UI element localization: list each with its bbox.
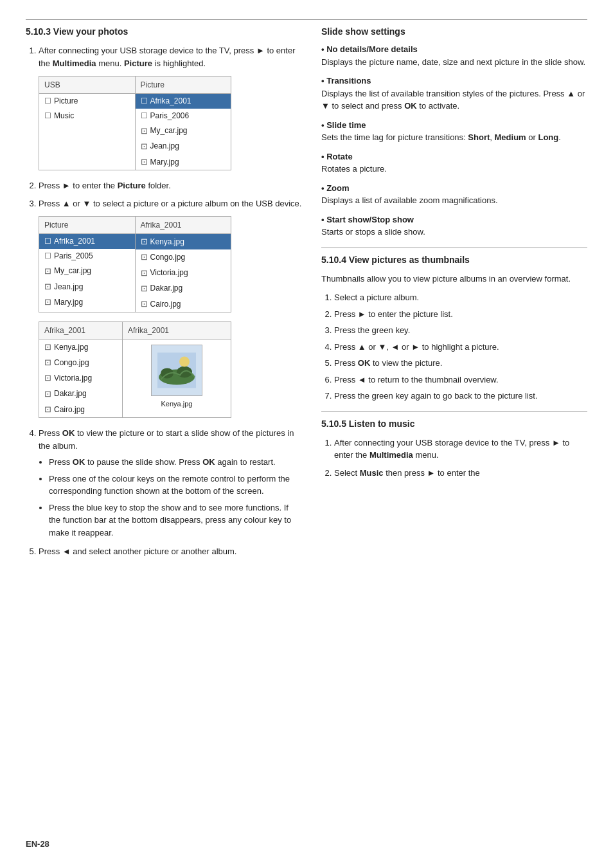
top-divider [26, 19, 587, 20]
congo-t3-item: Congo.jpg [39, 355, 122, 370]
afrika-item-t2: Afrika_2001 [39, 234, 135, 249]
step3-text: Press ▲ or ▼ to select a picture or a pi… [39, 199, 301, 208]
thumb-right-header: Afrika_2001 [123, 322, 231, 339]
page: 5.10.3 View your photos After connecting… [0, 0, 613, 868]
photo-icon [141, 251, 148, 263]
setting-rotate: • Rotate Rotates a picture. [321, 150, 587, 176]
start-stop-desc: Starts or stops a slide show. [321, 227, 425, 237]
setting-slide-time: • Slide time Sets the time lag for pictu… [321, 119, 587, 144]
no-details-desc: Displays the picture name, date, size an… [321, 57, 585, 67]
picture-col: Picture Afrika_2001 Paris_2006 [136, 77, 231, 170]
steps-list: After connecting your USB storage device… [26, 44, 302, 558]
step2-text: Press ► to enter the Picture folder. [39, 181, 171, 190]
photo-icon [44, 357, 51, 368]
folder-icon [44, 236, 51, 247]
section-title-510-3: 5.10.3 View your photos [26, 26, 302, 37]
paris-label: Paris_2006 [150, 111, 190, 122]
afrika-col-header: Afrika_2001 [136, 217, 231, 234]
usb-picture-item: Picture [39, 94, 135, 109]
mycar-label: My_car.jpg [150, 125, 188, 136]
dakar-label: Dakar.jpg [150, 283, 183, 294]
music-step-2: Select Music then press ► to enter the [334, 467, 587, 480]
congo-label: Congo.jpg [150, 252, 186, 263]
thumb-step-1: Select a picture album. [334, 291, 587, 304]
setting-no-details: • No details/More details Displays the p… [321, 43, 587, 68]
kenya-t3-item: Kenya.jpg [39, 339, 122, 355]
photo-icon [141, 267, 148, 279]
music-step2-text: Select Music then press ► to enter the [334, 468, 480, 478]
zoom-desc: Displays a list of available zoom magnif… [321, 195, 498, 205]
start-stop-label: • Start show/Stop show [321, 215, 414, 224]
victoria-item: Victoria.jpg [136, 266, 231, 281]
step4-text: Press OK to view the picture or to start… [39, 428, 294, 451]
thumbnails-title: 5.10.4 View pictures as thumbnails [321, 255, 587, 265]
bullet-pause: Press OK to pause the slide show. Press … [49, 456, 302, 469]
photo-icon [44, 296, 51, 308]
folder-icon [44, 111, 51, 122]
thumb-right-col: Afrika_2001 [123, 322, 231, 417]
thumb-left-col: Afrika_2001 Kenya.jpg Congo.jpg [39, 322, 123, 417]
dakar-t3-item: Dakar.jpg [39, 386, 122, 402]
victoria-label: Victoria.jpg [150, 267, 188, 278]
photo-icon [44, 341, 51, 353]
usb-picture-label: Picture [54, 96, 78, 107]
photo-icon [44, 404, 51, 415]
step5-text: Press ◄ and select another picture or an… [39, 547, 236, 556]
thumb-filename: Kenya.jpg [123, 396, 231, 412]
bullet-colour: Press one of the colour keys on the remo… [49, 473, 302, 498]
mary-item: Mary.jpg [136, 154, 231, 170]
thumbnail-table: Afrika_2001 Kenya.jpg Congo.jpg [39, 321, 231, 418]
slide-time-label: • Slide time [321, 120, 366, 130]
photo-icon [44, 372, 51, 384]
section-divider-2 [321, 411, 587, 412]
thumbnails-intro: Thumbnails allow you to view picture alb… [321, 273, 587, 285]
mary-t2-label: Mary.jpg [54, 297, 83, 308]
photo-icon [44, 266, 51, 277]
cairo-t3-label: Cairo.jpg [54, 404, 85, 415]
cairo-t3-item: Cairo.jpg [39, 402, 122, 417]
congo-item: Congo.jpg [136, 249, 231, 265]
thumb-step-5: Press OK to view the picture. [334, 357, 587, 370]
afrika-t2-label: Afrika_2001 [54, 236, 95, 247]
photo-icon [141, 141, 148, 152]
setting-start-stop: • Start show/Stop show Starts or stops a… [321, 213, 587, 239]
mycar-item: My_car.jpg [136, 123, 231, 139]
photo-icon [44, 281, 51, 293]
step-3: Press ▲ or ▼ to select a picture or a pi… [39, 197, 302, 418]
usb-picture-table: USB Picture Music Picture [39, 76, 231, 170]
thumb-step-7: Press the green key again to go back to … [334, 390, 587, 402]
photo-icon [141, 298, 148, 310]
jean-item: Jean.jpg [136, 139, 231, 154]
bullet-blue: Press the blue key to stop the show and … [49, 502, 302, 539]
paris2005-label: Paris_2005 [54, 251, 93, 262]
jean-t2-label: Jean.jpg [54, 282, 83, 293]
setting-transitions: • Transitions Displays the list of avail… [321, 75, 587, 113]
picture-col-header: Picture [136, 77, 231, 94]
mary-t2-item: Mary.jpg [39, 294, 135, 310]
folder-icon [44, 96, 51, 107]
slide-time-desc: Sets the time lag for picture transition… [321, 132, 561, 142]
folder-icon [44, 251, 51, 262]
photo-icon [44, 388, 51, 400]
paris-2006-item: Paris_2006 [136, 109, 231, 123]
mary-label: Mary.jpg [150, 157, 179, 168]
cairo-label: Cairo.jpg [150, 299, 181, 310]
usb-col-header: USB [39, 77, 135, 94]
music-steps: After connecting your USB storage device… [321, 437, 587, 480]
step1-text: After connecting your USB storage device… [39, 46, 295, 68]
victoria-t3-item: Victoria.jpg [39, 370, 122, 386]
photo-icon [141, 156, 148, 168]
step-2: Press ► to enter the Picture folder. [39, 179, 302, 192]
step-1: After connecting your USB storage device… [39, 44, 302, 170]
section-divider-1 [321, 248, 587, 248]
dakar-t3-label: Dakar.jpg [54, 388, 87, 399]
jean-label: Jean.jpg [150, 141, 179, 152]
thumb-step-4: Press ▲ or ▼, ◄ or ► to highlight a pict… [334, 341, 587, 354]
usb-music-item: Music [39, 109, 135, 123]
right-column: Slide show settings • No details/More de… [321, 26, 587, 826]
columns: 5.10.3 View your photos After connecting… [26, 26, 587, 826]
afrika-2001-item: Afrika_2001 [136, 94, 231, 109]
left-column: 5.10.3 View your photos After connecting… [26, 26, 302, 826]
afrika-col: Afrika_2001 Kenya.jpg Congo.jpg [136, 217, 231, 312]
landscape-svg [157, 351, 196, 390]
